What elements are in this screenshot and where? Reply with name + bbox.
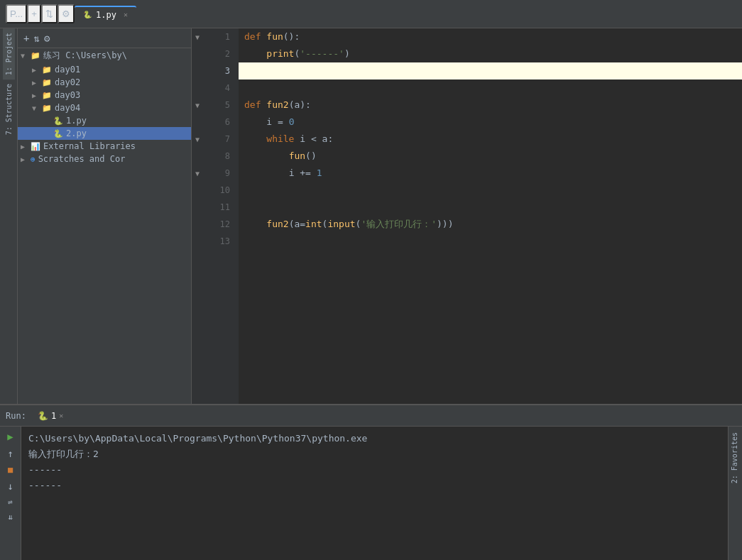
sidebar-item-1py[interactable]: 🐍 1.py [18,114,191,127]
gutter-mark-2 [192,45,203,62]
token-str: '输入打印几行：' [361,216,437,233]
gutter-mark-1[interactable]: ▼ [192,28,203,45]
day02-folder-icon: 📁 [42,78,52,87]
code-line-5[interactable]: def fun2(a): [239,97,742,114]
token-num: 0 [289,114,295,131]
run-stop-btn[interactable]: ■ [6,463,14,476]
code-lines[interactable]: def fun(): print('------') def fun2(a): … [239,28,742,404]
sidebar-item-day03[interactable]: ▶ 📁 day03 [18,89,191,101]
code-line-4[interactable] [239,79,742,97]
sidebar-item-day02[interactable]: ▶ 📁 day02 [18,76,191,89]
code-line-3[interactable] [239,62,742,79]
favorites-vtab[interactable]: 2: Favorites [729,427,741,489]
tab-bar: P... + ⇅ ⚙ 🐍 1.py ✕ [6,4,136,23]
gutter-mark-13 [192,233,203,250]
day04-arrow-icon: ▼ [32,104,42,112]
token-op: < [305,131,322,148]
token-paren: ) [344,45,350,62]
run-wrap-btn[interactable]: ⇌ [6,496,14,508]
token-op: += [294,165,316,182]
gutter-mark-7[interactable]: ▼ [192,131,203,148]
code-line-10[interactable] [239,182,742,199]
structure-vtab[interactable]: 7: Structure [3,79,15,139]
scratches-label: Scratches and Cor [38,154,126,164]
sidebar-header: + ⇅ ⚙ [18,28,191,48]
sidebar-item-2py[interactable]: 🐍 2.py [18,127,191,140]
gutter-mark-8 [192,148,203,165]
gutter-mark-5[interactable]: ▼ [192,97,203,114]
run-tab-1[interactable]: 🐍 1 ✕ [32,410,69,422]
token-op [244,131,266,148]
tree-root[interactable]: ▼ 📁 练习 C:\Users\by\ [18,48,191,63]
code-line-1[interactable]: def fun(): [239,28,742,45]
code-line-9[interactable]: i += 1 [239,165,742,182]
sidebar-add-btn[interactable]: + [23,33,29,44]
sidebar-item-ext-libs[interactable]: ▶ 📊 External Libraries [18,140,191,153]
token-var: i [300,131,305,148]
line-num-8: 8 [203,148,239,165]
run-pin-btn[interactable]: ⇊ [6,511,14,523]
root-arrow-icon: ▼ [21,52,31,60]
add-button[interactable]: + [27,4,41,23]
code-content[interactable]: ▼▼▼▼ 12345678910111213 def fun(): print(… [192,28,742,404]
sidebar-item-day01[interactable]: ▶ 📁 day01 [18,63,191,76]
tab-1py[interactable]: 🐍 1.py ✕ [75,6,136,23]
fold-arrow-icon-9[interactable]: ▼ [195,170,200,177]
project-vtab[interactable]: 1: Project [3,28,15,79]
code-line-8[interactable]: fun() [239,148,742,165]
fold-arrow-icon-1[interactable]: ▼ [195,33,200,41]
day01-folder-icon: 📁 [42,65,52,75]
run-tab-close-icon[interactable]: ✕ [59,412,63,419]
code-line-11[interactable] [239,199,742,216]
run-play-btn[interactable]: ▶ [6,429,14,444]
bottom-panel: Run: 🐍 1 ✕ ▶ ↑ ■ ↓ ⇌ ⇊ C:\Users\by\AppDa… [0,404,742,560]
editor-area: ▼▼▼▼ 12345678910111213 def fun(): print(… [192,28,742,404]
ide-container: P... + ⇅ ⚙ 🐍 1.py ✕ 1: Project 7: Struct… [0,0,742,560]
token-paren: () [305,148,317,165]
gutter-mark-9[interactable]: ▼ [192,165,203,182]
run-output: C:\Users\by\AppData\Local\Programs\Pytho… [21,427,728,560]
sidebar-item-day04[interactable]: ▼ 📁 day04 [18,101,191,114]
run-up-btn[interactable]: ↑ [6,446,14,461]
project-button[interactable]: P... [6,4,27,23]
gutter-mark-3 [192,62,203,79]
root-folder-icon: 📁 [31,51,40,60]
token-paren: (): [283,28,300,45]
code-line-12[interactable]: fun2(a=int(input('输入打印几行：'))) [239,216,742,233]
code-line-2[interactable]: print('------') [239,45,742,62]
fold-arrow-icon-7[interactable]: ▼ [195,136,200,143]
run-tab-icon: 🐍 [38,411,48,421]
output-line-1: 输入打印几行：2 [28,446,721,462]
sidebar-item-scratches[interactable]: ▶ ⊕ Scratches and Cor [18,153,191,165]
token-fn: print [266,45,294,62]
tab-close-icon[interactable]: ✕ [124,11,128,18]
token-paren: ): [300,97,311,114]
tab-label: 1.py [96,10,116,20]
bottom-right-vtabs: 2: Favorites [728,427,742,560]
gutter-mark-10 [192,182,203,199]
token-fn: input [327,216,355,233]
line-num-3: 3 [203,62,239,79]
left-vtabs: 1: Project 7: Structure [0,28,18,404]
line-num-9: 9 [203,165,239,182]
day01-label: day01 [55,65,80,75]
code-line-6[interactable]: i = 0 [239,114,742,131]
token-op [261,28,266,45]
1py-file-icon: 🐍 [53,116,63,126]
settings-button[interactable]: ⚙ [58,4,75,23]
sidebar-sync-btn[interactable]: ⇅ [33,33,39,44]
sync-button[interactable]: ⇅ [41,4,58,23]
top-toolbar: P... + ⇅ ⚙ 🐍 1.py ✕ [0,0,742,28]
gutter-mark-11 [192,199,203,216]
code-line-7[interactable]: while i < a: [239,131,742,148]
code-gutter: ▼▼▼▼ [192,28,203,404]
day04-folder-icon: 📁 [42,104,52,113]
run-down-btn[interactable]: ↓ [6,479,14,493]
code-line-13[interactable] [239,233,742,250]
token-op [294,131,300,148]
fold-arrow-icon-5[interactable]: ▼ [195,101,200,109]
line-num-1: 1 [203,28,239,45]
line-num-6: 6 [203,114,239,131]
token-op [261,97,266,114]
sidebar-settings-btn[interactable]: ⚙ [44,33,50,44]
